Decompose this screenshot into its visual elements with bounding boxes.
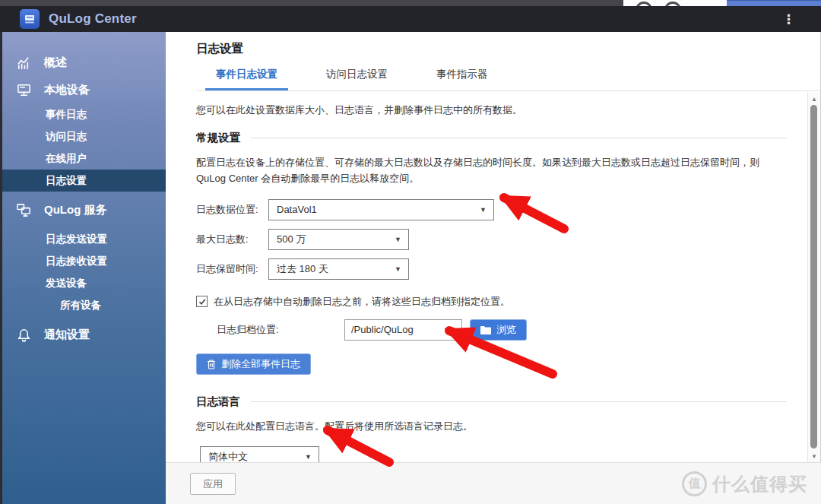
folder-icon [480,325,491,334]
tab-event-indicators[interactable]: 事件指示器 [426,68,499,90]
sidebar-item-all-devices[interactable]: 所有设备 [2,294,166,316]
archive-checkbox-label: 在从日志存储中自动删除日志之前，请将这些日志归档到指定位置。 [214,295,510,309]
sidebar-item-online-users[interactable]: 在线用户 [2,147,166,170]
field-label: 日志数据位置: [196,203,268,217]
sidebar-item-local-device[interactable]: 本地设备 [2,76,166,103]
select-value: 过去 180 天 [277,262,328,276]
log-language-description: 您可以在此处配置日志语言。配置后将使用所选语言记录日志。 [196,419,787,435]
max-log-entries-select[interactable]: 500 万 ▼ [268,229,409,250]
sidebar-item-sender-devices[interactable]: 发送设备 [2,272,166,294]
qulog-service-icon [15,201,33,219]
log-storage-location-select[interactable]: DataVol1 ▼ [268,199,494,220]
tab-access-log-settings[interactable]: 访问日志设置 [315,68,398,90]
kebab-menu-icon[interactable]: ⋮ [782,6,795,32]
scroll-up-icon[interactable]: ▲ [808,94,820,104]
caret-down-icon: ▼ [395,265,401,273]
sidebar: 概述 本地设备 事件日志 访问日志 在线用户 日志设置 QuLog 服务 日志发… [0,32,166,504]
trash-icon [207,359,216,369]
app-header: QuLog Center ⋮ [0,6,821,32]
app-title: QuLog Center [49,11,137,27]
browse-button[interactable]: 浏览 [470,319,527,341]
tab-bar: 事件日志设置 访问日志设置 事件指示器 [196,68,820,91]
archive-location-label: 日志归档位置: [217,323,344,337]
tab-event-log-settings[interactable]: 事件日志设置 [205,68,288,90]
qulog-center-window: QuLog Center ⋮ 概述 本地设备 事件日志 访问日志 在线用户 日志… [0,0,821,504]
sidebar-item-log-settings[interactable]: 日志设置 [2,170,166,192]
sidebar-item-overview[interactable]: 概述 [2,49,166,76]
intro-text: 您可以在此处设置数据库大小、日志语言，并删除事件日志中的所有数据。 [196,103,787,117]
qulog-app-logo-icon [20,9,40,29]
sidebar-item-notification-settings[interactable]: 通知设置 [2,321,166,348]
heading-rule [251,401,787,402]
delete-all-event-logs-button[interactable]: 删除全部事件日志 [196,353,311,375]
log-storage-location-row: 日志数据位置: DataVol1 ▼ [196,199,787,220]
apply-button[interactable]: 应用 [190,473,236,495]
archive-location-row: 日志归档位置: 浏览 [217,319,787,341]
log-retention-select[interactable]: 过去 180 天 ▼ [268,258,409,280]
vertical-scrollbar: ▲ ▼ [807,93,820,462]
desktop-top-strip [0,0,821,6]
desktop-blue-fragment [727,0,821,6]
checkbox-checked-icon [198,298,206,306]
sidebar-item-label: QuLog 服务 [44,203,107,217]
page-title: 日志设置 [196,41,820,57]
caret-down-icon: ▼ [480,206,487,214]
sidebar-item-access-log[interactable]: 访问日志 [2,125,166,147]
general-settings-heading: 常规设置 [196,131,787,145]
content-footer: 应用 值 什么值得买 [166,462,821,504]
caret-down-icon: ▼ [395,236,401,243]
field-label: 日志保留时间: [196,262,268,276]
sidebar-item-label: 通知设置 [44,328,90,342]
select-value: 500 万 [277,233,306,246]
scrollbar-thumb[interactable] [810,105,817,449]
sidebar-item-event-log[interactable]: 事件日志 [2,103,166,125]
general-settings-description: 配置日志在设备上的存储位置、可存储的最大日志数以及存储日志的时间长度。如果达到最… [196,155,787,187]
watermark-text: 什么值得买 [712,472,807,496]
settings-panel: 您可以在此处设置数据库大小、日志语言，并删除事件日志中的所有数据。 常规设置 配… [166,91,820,468]
caret-down-icon: ▼ [305,453,312,461]
overview-chart-icon [15,54,33,71]
content-area: 日志设置 事件日志设置 访问日志设置 事件指示器 您可以在此处设置数据库大小、日… [166,32,821,504]
watermark-badge: 值 [682,471,707,496]
sidebar-item-log-sender[interactable]: 日志发送设置 [2,228,166,250]
heading-rule [251,138,787,138]
select-value: DataVol1 [277,204,317,215]
sidebar-item-log-receiver[interactable]: 日志接收设置 [2,250,166,272]
max-log-entries-row: 最大日志数: 500 万 ▼ [196,229,787,250]
log-language-heading: 日志语言 [196,395,787,409]
archive-checkbox[interactable] [196,296,208,307]
scroll-down-icon[interactable]: ▼ [808,451,820,461]
log-retention-row: 日志保留时间: 过去 180 天 ▼ [196,258,787,280]
archive-before-delete-row: 在从日志存储中自动删除日志之前，请将这些日志归档到指定位置。 [196,295,787,309]
sidebar-item-label: 本地设备 [44,83,90,97]
local-device-icon [15,81,33,99]
notification-bell-icon [15,326,33,344]
sidebar-item-label: 概述 [44,55,67,70]
sidebar-item-qulog-service[interactable]: QuLog 服务 [2,196,166,223]
archive-path-input[interactable] [344,319,462,341]
watermark: 值 什么值得买 [682,471,807,496]
field-label: 最大日志数: [196,233,268,246]
